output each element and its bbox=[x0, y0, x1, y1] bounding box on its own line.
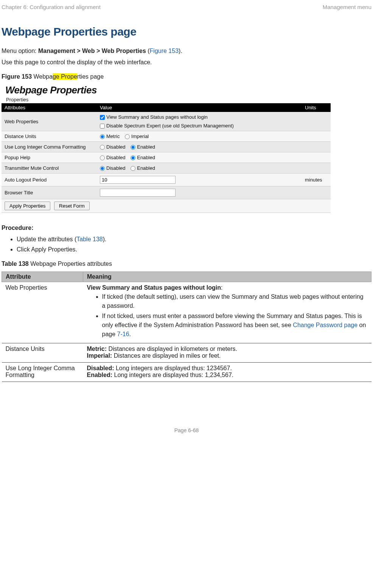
table-row: Use Long Integer Comma Formatting Disabl… bbox=[2, 363, 371, 382]
attr-unit bbox=[302, 152, 331, 163]
attr-label: Distance Units bbox=[2, 131, 97, 142]
procedure-list: Update the attributes (Table 138). Click… bbox=[2, 235, 371, 254]
page-ref-link[interactable]: 7-16 bbox=[117, 331, 129, 337]
figure-caption: Figure 153 Webpage Properties page bbox=[2, 72, 371, 81]
attr-meaning: View Summary and Status pages without lo… bbox=[83, 282, 371, 343]
attr-unit bbox=[302, 163, 331, 174]
list-item: If ticked (the default setting), users c… bbox=[102, 292, 368, 310]
change-password-link[interactable]: Change Password page bbox=[293, 322, 357, 328]
mute-enabled-radio[interactable] bbox=[131, 166, 135, 171]
row-comma-formatting: Use Long Integer Comma Formatting Disabl… bbox=[2, 142, 331, 152]
figure-ref-link[interactable]: Figure 153 bbox=[150, 48, 179, 54]
auto-logout-input[interactable] bbox=[100, 176, 176, 184]
popup-disabled-radio[interactable] bbox=[100, 155, 105, 160]
breadcrumb: Management > Web > Web Properties bbox=[38, 48, 146, 54]
col-header-attributes: Attributes bbox=[2, 103, 97, 112]
view-summary-checkbox[interactable] bbox=[100, 115, 105, 120]
text: Menu option: bbox=[2, 48, 38, 54]
procedure-heading: Procedure: bbox=[2, 223, 371, 233]
col-header-value: Value bbox=[97, 103, 302, 112]
col-header-meaning: Meaning bbox=[83, 272, 371, 282]
text: Enabled: bbox=[87, 372, 113, 378]
table-ref-link[interactable]: Table 138 bbox=[76, 236, 103, 242]
disable-spectrum-checkbox[interactable] bbox=[100, 124, 105, 129]
metric-radio[interactable] bbox=[100, 134, 105, 139]
attr-unit bbox=[302, 142, 331, 152]
attr-unit bbox=[302, 112, 331, 131]
properties-table: Attributes Value Units Web Properties Vi… bbox=[2, 103, 331, 213]
radio-label: Disabled bbox=[106, 165, 126, 171]
attr-name: Use Long Integer Comma Formatting bbox=[2, 363, 83, 382]
checkbox-label: View Summary and Status pages without lo… bbox=[106, 114, 208, 120]
highlighted-text: ge Prope bbox=[53, 73, 77, 80]
attr-meaning: Disabled: Long integers are displayed th… bbox=[83, 363, 371, 382]
row-popup-help: Popup Help Disabled Enabled bbox=[2, 152, 331, 163]
panel-title: Webpage Properties bbox=[5, 84, 331, 96]
text: Procedure: bbox=[2, 225, 33, 231]
text: Webpa bbox=[33, 73, 52, 80]
row-transmitter-mute: Transmitter Mute Control Disabled Enable… bbox=[2, 163, 331, 174]
attr-unit bbox=[302, 186, 331, 199]
text: View Summary and Status pages without lo… bbox=[87, 284, 221, 291]
radio-label: Enabled bbox=[137, 155, 155, 160]
text: Webpage Properties attributes bbox=[30, 261, 112, 267]
col-header-attribute: Attribute bbox=[2, 272, 83, 282]
table-row: Distance Units Metric: Distances are dis… bbox=[2, 343, 371, 363]
attr-name: Distance Units bbox=[2, 343, 83, 363]
radio-label: Disabled bbox=[106, 144, 126, 150]
text: Long integers are displayed thus: 123456… bbox=[114, 365, 232, 371]
mute-disabled-radio[interactable] bbox=[100, 166, 105, 171]
attr-unit: minutes bbox=[302, 174, 331, 186]
attr-label: Transmitter Mute Control bbox=[2, 163, 97, 174]
attr-value bbox=[97, 174, 302, 186]
popup-enabled-radio[interactable] bbox=[131, 155, 135, 160]
row-web-properties: Web Properties View Summary and Status p… bbox=[2, 112, 331, 131]
text: Metric: bbox=[87, 346, 107, 352]
attr-label: Auto Logout Period bbox=[2, 174, 97, 186]
row-distance-units: Distance Units Metric Imperial bbox=[2, 131, 331, 142]
attr-name: Web Properties bbox=[2, 282, 83, 343]
text: Imperial: bbox=[87, 352, 112, 359]
text: Update the attributes ( bbox=[17, 236, 76, 242]
list-item: Click Apply Properties. bbox=[17, 245, 371, 254]
text: Disabled: bbox=[87, 365, 114, 371]
comma-enabled-radio[interactable] bbox=[131, 145, 135, 150]
text: rties page bbox=[77, 73, 104, 80]
embedded-screenshot: Webpage Properties Properties Attributes… bbox=[2, 84, 331, 213]
text: Long integers are displayed thus: 1,234,… bbox=[112, 372, 233, 378]
imperial-radio[interactable] bbox=[125, 134, 130, 139]
attr-value: Metric Imperial bbox=[97, 131, 302, 142]
row-browser-title: Browser Title bbox=[2, 186, 331, 199]
row-buttons: Apply Properties Reset Form bbox=[2, 199, 331, 213]
attr-label: Use Long Integer Comma Formatting bbox=[2, 142, 97, 152]
text: ). bbox=[179, 48, 182, 54]
radio-label: Enabled bbox=[137, 144, 155, 150]
attributes-table: Attribute Meaning Web Properties View Su… bbox=[2, 272, 371, 382]
radio-label: Enabled bbox=[137, 165, 155, 171]
attr-label: Browser Title bbox=[2, 186, 97, 199]
attr-value: Disabled Enabled bbox=[97, 163, 302, 174]
reset-form-button[interactable]: Reset Form bbox=[54, 202, 90, 210]
list-item: If not ticked, users must enter a passwo… bbox=[102, 312, 368, 339]
attr-label: Web Properties bbox=[2, 112, 97, 131]
attr-value: View Summary and Status pages without lo… bbox=[97, 112, 302, 131]
comma-disabled-radio[interactable] bbox=[100, 145, 105, 150]
panel-subtitle: Properties bbox=[6, 97, 331, 102]
text: ( bbox=[146, 48, 150, 54]
attr-value bbox=[97, 186, 302, 199]
table-number: Table 138 bbox=[2, 261, 30, 267]
list-item: Update the attributes (Table 138). bbox=[17, 235, 371, 244]
section-label: Management menu bbox=[323, 4, 371, 10]
col-header-units: Units bbox=[302, 103, 331, 112]
table-row: Web Properties View Summary and Status p… bbox=[2, 282, 371, 343]
text: ). bbox=[103, 236, 107, 242]
page-header: Chapter 6: Configuration and alignment M… bbox=[2, 4, 371, 10]
browser-title-input[interactable] bbox=[100, 189, 176, 197]
apply-properties-button[interactable]: Apply Properties bbox=[5, 202, 50, 210]
attr-unit bbox=[302, 131, 331, 142]
chapter-label: Chapter 6: Configuration and alignment bbox=[2, 4, 101, 10]
text: : bbox=[221, 284, 222, 291]
page-title: Webpage Properties page bbox=[2, 25, 371, 38]
attr-value: Disabled Enabled bbox=[97, 152, 302, 163]
text: Distances are displayed in miles or feet… bbox=[112, 352, 221, 359]
